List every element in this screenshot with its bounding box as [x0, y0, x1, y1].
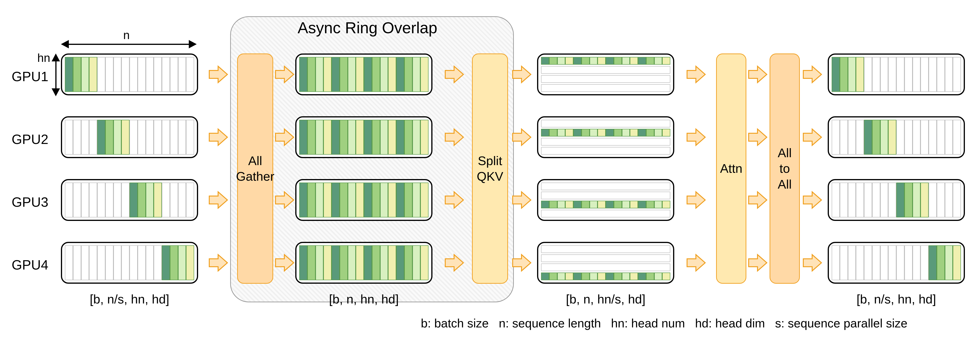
arrow-head-icon — [189, 40, 197, 48]
tensor-stage5 — [828, 116, 965, 158]
tensor-stage5 — [828, 53, 965, 95]
dim-label-n: n — [123, 29, 130, 42]
overlap-title: Async Ring Overlap — [298, 19, 438, 37]
gpu-label: GPU3 — [12, 194, 58, 210]
tensor-stage2 — [295, 179, 433, 221]
op-attn: Attn — [716, 53, 746, 284]
tensor-stage1 — [61, 53, 198, 95]
tensor-stage3 — [537, 179, 674, 221]
tensor-stage1 — [61, 242, 198, 284]
arrow-head-icon — [52, 88, 60, 96]
dim-arrow — [55, 61, 57, 89]
tensor-stage2 — [295, 242, 433, 284]
legend: b: batch size n: sequence length hn: hea… — [421, 316, 907, 330]
shape-caption: [b, n/s, hn, hd] — [61, 292, 198, 306]
tensor-stage1 — [61, 179, 198, 221]
tensor-stage1 — [61, 116, 198, 158]
op-splitqkv: Split QKV — [472, 53, 508, 284]
op-alltoall: All to All — [770, 53, 800, 284]
tensor-stage3 — [537, 242, 674, 284]
tensor-stage2 — [295, 53, 433, 95]
op-allgather: All Gather — [237, 53, 273, 284]
arrow-head-icon — [52, 53, 60, 61]
gpu-label: GPU1 — [12, 69, 58, 84]
dim-arrow — [68, 44, 189, 45]
arrow-head-icon — [61, 40, 69, 48]
tensor-stage5 — [828, 179, 965, 221]
gpu-label: GPU2 — [12, 131, 58, 147]
tensor-stage3 — [537, 53, 674, 95]
dim-label-hn: hn — [37, 51, 50, 65]
gpu-label: GPU4 — [12, 257, 58, 273]
shape-caption: [b, n, hn, hd] — [295, 292, 433, 306]
tensor-stage2 — [295, 116, 433, 158]
sequence-parallel-diagram: Async Ring Overlap GPU1 GPU2 GPU3 GPU4 n… — [5, 5, 975, 338]
shape-caption: [b, n/s, hn, hd] — [828, 292, 965, 306]
shape-caption: [b, n, hn/s, hd] — [537, 292, 674, 306]
tensor-stage3 — [537, 116, 674, 158]
tensor-stage5 — [828, 242, 965, 284]
